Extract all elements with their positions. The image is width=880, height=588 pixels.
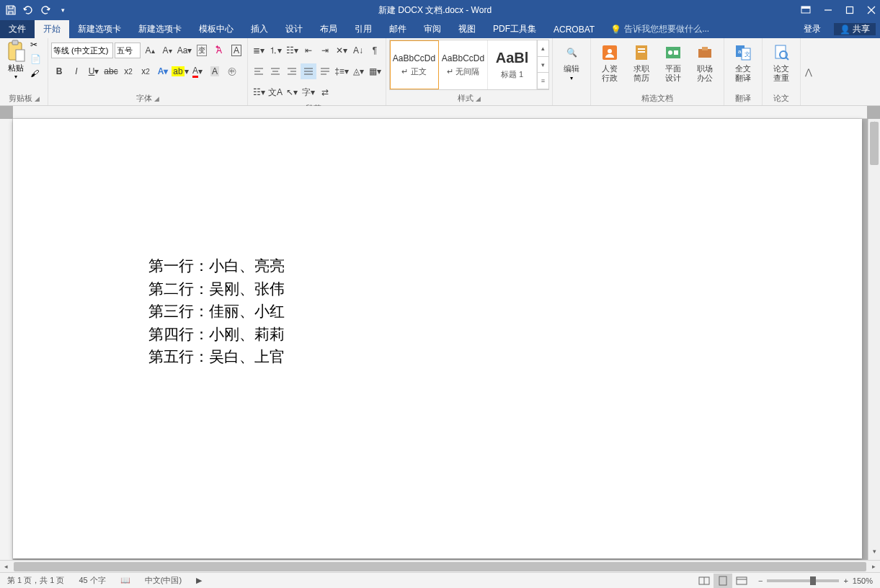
justify-icon[interactable] [301,63,316,79]
vscroll-thumb[interactable] [870,122,879,165]
scroll-down-icon[interactable]: ▾ [868,548,880,560]
clear-format-icon[interactable]: A✦ [211,43,227,58]
document-page[interactable]: 第一行：小白、亮亮 第二行：吴刚、张伟 第三行：佳丽、小红 第四行：小刚、莉莉 … [13,119,862,558]
close-icon[interactable] [867,6,876,14]
tab-settings-icon[interactable]: ⇄ [317,84,333,100]
gallery-down-icon[interactable]: ▾ [538,57,548,74]
ribbon-options-icon[interactable] [801,5,811,15]
subscript-button[interactable]: x2 [120,63,136,79]
spellcheck-icon[interactable]: 📖 [113,576,138,585]
tab-home[interactable]: 开始 [35,20,69,38]
superscript-button[interactable]: x2 [138,63,154,79]
cut-icon[interactable]: ✂ [30,40,45,53]
zoom-knob[interactable] [810,576,816,585]
zoom-out-icon[interactable]: − [758,576,763,585]
select-objects-icon[interactable]: ↖▾ [284,84,300,100]
line-spacing-icon[interactable]: ‡≡▾ [334,63,350,79]
numbering-icon[interactable]: ⒈▾ [267,43,283,58]
tab-mailings[interactable]: 邮件 [381,20,415,38]
decrease-indent-icon[interactable]: ⇤ [301,43,316,58]
tab-review[interactable]: 审阅 [415,20,450,38]
font-size-select[interactable] [115,43,141,58]
character-shading-icon[interactable]: A [207,63,223,79]
login-link[interactable]: 登录 [795,23,830,35]
paste-button[interactable]: 粘贴 ▾ [3,40,29,80]
borders-icon[interactable]: ▦▾ [367,63,383,79]
shrink-font-icon[interactable]: A▾ [159,43,175,58]
read-mode-icon[interactable] [695,574,714,588]
share-button[interactable]: 👤 共享 [834,23,876,35]
scroll-right-icon[interactable]: ▸ [868,563,880,570]
multilevel-icon[interactable]: ☷▾ [284,43,300,58]
grow-font-icon[interactable]: A▴ [142,43,158,58]
scroll-left-icon[interactable]: ◂ [0,563,12,570]
page-status[interactable]: 第 1 页，共 1 页 [0,575,71,586]
hr-docs-button[interactable]: 人资 行政 [594,40,626,86]
web-layout-icon[interactable] [732,574,751,588]
bold-button[interactable]: B [51,63,67,79]
save-icon[interactable] [4,4,17,17]
font-name-select[interactable] [51,43,113,58]
style-normal[interactable]: AaBbCcDd ↵ 正文 [390,40,439,89]
maximize-icon[interactable] [845,6,854,14]
change-case-icon[interactable]: Aa▾ [177,43,192,58]
collapse-ribbon-icon[interactable]: ⋀ [801,38,817,105]
resume-button[interactable]: 求职 简历 [626,40,657,86]
character-border-icon[interactable]: A [228,43,244,58]
tab-newtab2[interactable]: 新建选项卡 [130,20,190,38]
office-button[interactable]: 职场 办公 [689,40,721,86]
horizontal-scrollbar[interactable]: ◂ ▸ [0,560,880,572]
zoom-slider[interactable] [767,579,839,582]
tab-view[interactable]: 视图 [450,20,484,38]
tab-file[interactable]: 文件 [0,20,35,38]
italic-button[interactable]: I [68,63,84,79]
align-right-icon[interactable] [284,63,300,79]
show-marks-icon[interactable]: ¶ [367,43,383,58]
strikethrough-button[interactable]: abc [103,63,119,79]
gallery-up-icon[interactable]: ▴ [538,40,548,57]
horizontal-ruler[interactable] [13,106,867,119]
document-content[interactable]: 第一行：小白、亮亮 第二行：吴刚、张伟 第三行：佳丽、小红 第四行：小刚、莉莉 … [148,254,285,368]
increase-indent-icon[interactable]: ⇥ [317,43,333,58]
redo-icon[interactable] [39,4,52,17]
style-no-spacing[interactable]: AaBbCcDd ↵ 无间隔 [439,40,488,89]
tab-design[interactable]: 设计 [277,20,311,38]
gallery-more-icon[interactable]: ≡ [538,73,548,89]
snap-to-grid-icon[interactable]: ☷▾ [251,84,267,100]
macro-icon[interactable]: ▶ [189,576,209,585]
enclose-char-icon[interactable]: ㊥ [224,63,240,79]
tab-newtab1[interactable]: 新建选项卡 [69,20,130,38]
editing-button[interactable]: 🔍 编辑 ▾ [556,40,587,84]
hscroll-thumb[interactable] [14,562,866,571]
copy-icon[interactable]: 📄 [30,54,45,67]
sort-icon[interactable]: A↓ [350,43,366,58]
shading-icon[interactable]: ◬▾ [350,63,366,79]
translate-button[interactable]: a文全文 翻译 [727,40,759,86]
asian-layout-icon[interactable]: ✕▾ [334,43,350,58]
highlight-icon[interactable]: ab▾ [172,63,188,79]
tab-pdf[interactable]: PDF工具集 [484,20,545,38]
qat-dropdown-icon[interactable]: ▾ [56,4,69,17]
font-color-icon[interactable]: A▾ [190,63,205,79]
bullets-icon[interactable]: ≣▾ [251,43,267,58]
thesis-check-button[interactable]: 论文 查重 [765,40,797,86]
clipboard-launcher-icon[interactable]: ◢ [35,95,40,102]
distribute-icon[interactable] [317,63,333,79]
phonetic-guide-icon[interactable]: 变 [194,43,210,58]
design-button[interactable]: 平面 设计 [657,40,689,86]
vertical-scrollbar[interactable]: ▴ ▾ [868,119,880,560]
tab-insert[interactable]: 插入 [242,20,277,38]
tab-references[interactable]: 引用 [346,20,381,38]
language-status[interactable]: 中文(中国) [138,575,189,586]
minimize-icon[interactable] [824,6,832,14]
undo-icon[interactable] [22,4,35,17]
tab-layout[interactable]: 布局 [311,20,346,38]
align-left-icon[interactable] [251,63,267,79]
word-count[interactable]: 45 个字 [71,575,112,586]
vertical-ruler[interactable] [0,119,13,560]
align-center-icon[interactable] [267,63,283,79]
char-scaling-icon[interactable]: 字▾ [301,84,316,100]
text-direction-icon[interactable]: 文A [267,84,283,100]
style-heading1[interactable]: AaBl 标题 1 [488,40,537,89]
tab-acrobat[interactable]: ACROBAT [545,20,603,38]
